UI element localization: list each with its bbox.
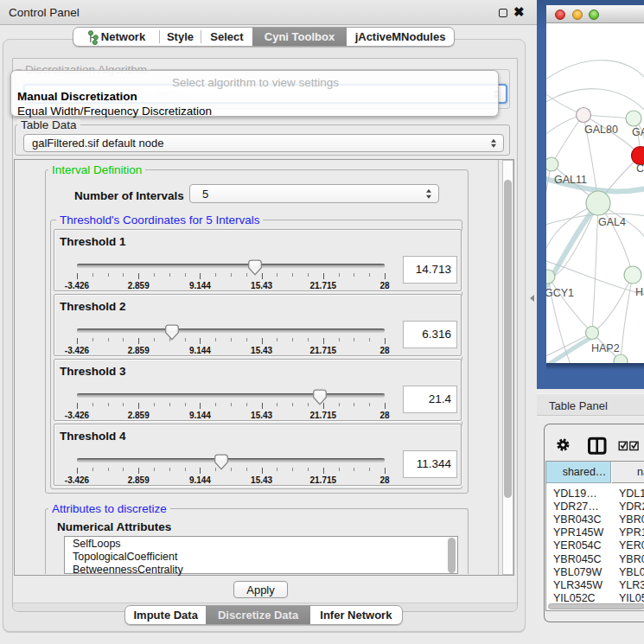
svg-text:GAL11: GAL11 [554, 174, 587, 186]
svg-text:GA: GA [632, 126, 644, 138]
svg-text:CD: CD [636, 163, 644, 175]
svg-text:GCY1: GCY1 [546, 287, 574, 299]
svg-text:HIS: HIS [635, 286, 644, 298]
svg-text:GAL4: GAL4 [598, 216, 626, 228]
svg-text:HAP2: HAP2 [591, 342, 620, 354]
svg-text:GAL80: GAL80 [584, 124, 618, 136]
